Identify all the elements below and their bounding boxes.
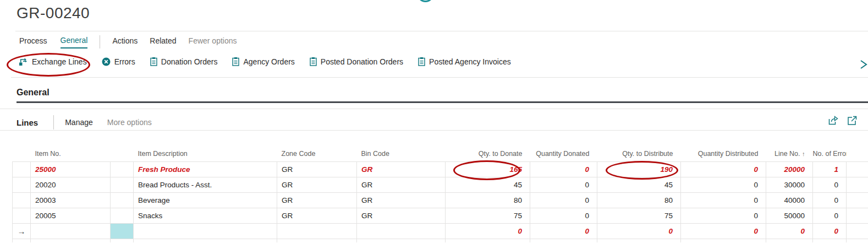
cell-quantity-donated[interactable]: 0 (530, 192, 597, 208)
cell-filler (847, 192, 868, 208)
cell-bin-code[interactable]: GR (357, 161, 446, 177)
cell-bin-code-empty[interactable] (357, 223, 446, 239)
col-header-item-no[interactable]: Item No. (31, 146, 111, 161)
cell-qty-to-distribute[interactable]: 0 (597, 223, 681, 239)
cell-line-no[interactable]: 50000 (766, 208, 813, 223)
cell-zone-code[interactable]: GR (277, 192, 357, 208)
table-row: 20020 Bread Products - Asst. GR GR 45 0 … (13, 177, 868, 192)
cell-quantity-distributed[interactable]: 0 (681, 161, 766, 177)
cell-qty-to-donate[interactable]: 0 (446, 223, 530, 239)
cell-item-no[interactable]: 20020 (31, 177, 111, 192)
cell-bin-code[interactable]: GR (357, 177, 446, 192)
tab-fewer-options[interactable]: Fewer options (189, 36, 237, 48)
col-header-qty-to-distribute[interactable]: Qty. to Distribute (597, 146, 681, 161)
divider-above-lines (0, 109, 868, 109)
col-header-item-description[interactable]: Item Description (134, 146, 277, 161)
cell-zone-code[interactable]: GR (277, 177, 357, 192)
lines-title[interactable]: Lines (17, 118, 38, 127)
posted-donation-orders-button[interactable]: Posted Donation Orders (310, 57, 403, 66)
cell-line-no[interactable]: 40000 (766, 192, 813, 208)
error-circle-x-icon (102, 57, 111, 66)
errors-label: Errors (114, 57, 135, 66)
cell-item-description[interactable]: Bread Products - Asst. (134, 177, 277, 192)
cell-line-no[interactable]: 0 (766, 223, 813, 239)
cell-item-no[interactable]: 25000 (31, 161, 111, 177)
cell-quantity-donated[interactable]: 0 (530, 208, 597, 223)
document-icon (232, 57, 239, 66)
cell-item-description[interactable]: Fresh Produce (134, 161, 277, 177)
tab-process[interactable]: Process (19, 36, 47, 48)
cell-qty-to-donate[interactable]: 80 (446, 192, 530, 208)
col-header-quantity-distributed[interactable]: Quantity Distributed (681, 146, 766, 161)
errors-button[interactable]: Errors (102, 57, 135, 66)
cell-quantity-distributed[interactable]: 0 (681, 208, 766, 223)
cell-item-no-empty[interactable] (31, 223, 111, 239)
cell-quantity-distributed[interactable]: 0 (681, 223, 766, 239)
cell-qty-to-donate[interactable]: 45 (446, 177, 530, 192)
col-header-quantity-donated[interactable]: Quantity Donated (530, 146, 597, 161)
general-section-title[interactable]: General (17, 88, 50, 98)
cell-item-no[interactable]: 20005 (31, 208, 111, 223)
exchange-lines-button[interactable]: Exchange Lines (19, 57, 87, 66)
cell-item-description-empty[interactable] (134, 223, 277, 239)
donation-orders-button[interactable]: Donation Orders (150, 57, 218, 66)
col-header-no-of-errors[interactable]: No. of Errors (813, 146, 847, 161)
posted-agency-invoices-button[interactable]: Posted Agency Invoices (418, 57, 511, 66)
cell-quantity-distributed[interactable]: 0 (681, 192, 766, 208)
cell-bin-code[interactable]: GR (357, 192, 446, 208)
focus-mode-expand-icon[interactable] (847, 115, 858, 126)
cell-no-of-errors[interactable]: 0 (813, 208, 847, 223)
selected-cell[interactable] (111, 223, 134, 239)
tab-related[interactable]: Related (150, 36, 176, 48)
col-header-zone-code[interactable]: Zone Code (277, 146, 357, 161)
col-header-bin-code[interactable]: Bin Code (357, 146, 446, 161)
cell-attachment[interactable] (111, 177, 134, 192)
tab-actions[interactable]: Actions (112, 36, 138, 48)
col-header-line-no[interactable]: Line No. ↑ (766, 146, 813, 161)
lines-more-options[interactable]: More options (107, 118, 152, 127)
col-header-qty-to-donate[interactable]: Qty. to Donate (446, 146, 530, 161)
cell-quantity-donated[interactable]: 0 (530, 177, 597, 192)
agency-orders-button[interactable]: Agency Orders (232, 57, 294, 66)
cell-attachment[interactable] (111, 208, 134, 223)
divider-under-lines-header (0, 130, 868, 131)
cell-item-description[interactable]: Beverage (134, 192, 277, 208)
cell-no-of-errors[interactable]: 0 (813, 223, 847, 239)
tab-general[interactable]: General (61, 36, 88, 48)
row-selector[interactable] (13, 177, 31, 192)
row-selector[interactable] (13, 161, 31, 177)
toolbar-overflow-chevron-icon[interactable] (859, 58, 868, 73)
table-row-error: 25000 Fresh Produce GR GR 165 0 190 0 20… (13, 161, 868, 177)
cell-quantity-distributed[interactable]: 0 (681, 177, 766, 192)
cell-zone-code[interactable]: GR (277, 161, 357, 177)
cell-bin-code[interactable]: GR (357, 208, 446, 223)
cell-quantity-donated[interactable]: 0 (530, 223, 597, 239)
donation-orders-label: Donation Orders (161, 57, 218, 66)
cell-attachment[interactable] (111, 161, 134, 177)
row-selector[interactable] (13, 192, 31, 208)
cell-qty-to-donate[interactable]: 165 (446, 161, 530, 177)
cell-qty-to-distribute[interactable]: 45 (597, 177, 681, 192)
cell-qty-to-distribute[interactable]: 80 (597, 192, 681, 208)
cell-attachment[interactable] (111, 192, 134, 208)
cell-quantity-donated[interactable]: 0 (530, 161, 597, 177)
cell-line-no[interactable]: 20000 (766, 161, 813, 177)
cell-qty-to-distribute[interactable]: 75 (597, 208, 681, 223)
cell-zone-code[interactable]: GR (277, 208, 357, 223)
lines-manage-menu[interactable]: Manage (65, 118, 93, 127)
cell-no-of-errors[interactable]: 0 (813, 177, 847, 192)
cell-zone-code-empty[interactable] (277, 223, 357, 239)
row-selector[interactable] (13, 208, 31, 223)
share-icon[interactable] (827, 115, 839, 126)
cell-no-of-errors[interactable]: 1 (813, 161, 847, 177)
table-new-row: → 0 0 0 0 0 0 (13, 223, 868, 239)
cell-line-no[interactable]: 30000 (766, 177, 813, 192)
table-header-row: Item No. Item Description Zone Code Bin … (13, 146, 868, 161)
cell-filler (847, 161, 868, 177)
posted-agency-invoices-label: Posted Agency Invoices (429, 57, 511, 66)
cell-qty-to-donate[interactable]: 75 (446, 208, 530, 223)
cell-no-of-errors[interactable]: 0 (813, 192, 847, 208)
cell-qty-to-distribute[interactable]: 190 (597, 161, 681, 177)
cell-item-no[interactable]: 20003 (31, 192, 111, 208)
cell-item-description[interactable]: Snacks (134, 208, 277, 223)
